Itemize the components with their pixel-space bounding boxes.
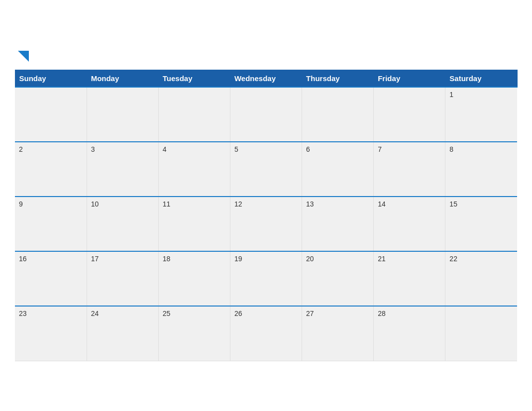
- day-number: 24: [91, 309, 99, 317]
- weekday-header-tuesday: Tuesday: [158, 70, 230, 88]
- logo: [17, 50, 29, 64]
- calendar-header: [15, 50, 518, 64]
- day-number: 2: [19, 145, 23, 153]
- calendar-day-cell: 26: [230, 306, 302, 361]
- day-number: 17: [91, 255, 99, 263]
- calendar-day-cell: 6: [302, 142, 374, 197]
- calendar-wrapper: SundayMondayTuesdayWednesdayThursdayFrid…: [10, 45, 523, 366]
- day-number: 23: [19, 309, 27, 317]
- logo-container: [17, 50, 29, 64]
- logo-triangle-icon: [18, 51, 29, 62]
- weekday-header-friday: Friday: [374, 70, 445, 88]
- day-number: 14: [378, 200, 386, 208]
- calendar-day-cell: [158, 87, 230, 142]
- weekday-header-saturday: Saturday: [445, 70, 517, 88]
- weekday-header-monday: Monday: [87, 70, 158, 88]
- calendar-day-cell: 24: [87, 306, 158, 361]
- weekday-header-sunday: Sunday: [15, 70, 87, 88]
- calendar-week-row: 2345678: [15, 142, 517, 197]
- svg-marker-0: [18, 51, 29, 62]
- calendar-day-cell: 10: [87, 197, 158, 251]
- day-number: 4: [163, 145, 167, 153]
- calendar-day-cell: 17: [87, 251, 158, 306]
- day-number: 9: [19, 200, 23, 208]
- calendar-day-cell: 1: [445, 87, 517, 142]
- day-number: 11: [163, 200, 171, 208]
- day-number: 27: [306, 309, 314, 317]
- calendar-day-cell: 4: [158, 142, 230, 197]
- calendar-day-cell: 22: [445, 251, 517, 306]
- calendar-day-cell: 2: [15, 142, 87, 197]
- day-number: 6: [306, 145, 310, 153]
- day-number: 12: [234, 200, 242, 208]
- day-number: 16: [19, 255, 27, 263]
- day-number: 21: [378, 255, 386, 263]
- calendar-day-cell: 21: [374, 251, 445, 306]
- weekday-header-thursday: Thursday: [302, 70, 374, 88]
- calendar-day-cell: [15, 87, 87, 142]
- calendar-day-cell: [445, 306, 517, 361]
- calendar-week-row: 16171819202122: [15, 251, 517, 306]
- weekday-header-wednesday: Wednesday: [230, 70, 302, 88]
- day-number: 7: [378, 145, 382, 153]
- calendar-day-cell: [374, 87, 445, 142]
- calendar-day-cell: 23: [15, 306, 87, 361]
- calendar-day-cell: 13: [302, 197, 374, 251]
- calendar-day-cell: 9: [15, 197, 87, 251]
- calendar-day-cell: 27: [302, 306, 374, 361]
- day-number: 5: [234, 145, 238, 153]
- calendar-day-cell: 18: [158, 251, 230, 306]
- calendar-day-cell: 14: [374, 197, 445, 251]
- calendar-day-cell: 5: [230, 142, 302, 197]
- day-number: 13: [306, 200, 314, 208]
- calendar-week-row: 232425262728: [15, 306, 517, 361]
- calendar-day-cell: 19: [230, 251, 302, 306]
- day-number: 26: [234, 309, 242, 317]
- day-number: 15: [449, 200, 457, 208]
- day-number: 22: [449, 255, 457, 263]
- calendar-table: SundayMondayTuesdayWednesdayThursdayFrid…: [15, 70, 518, 361]
- calendar-day-cell: 16: [15, 251, 87, 306]
- day-number: 3: [91, 145, 95, 153]
- calendar-day-cell: 8: [445, 142, 517, 197]
- calendar-day-cell: 15: [445, 197, 517, 251]
- day-number: 8: [449, 145, 453, 153]
- day-number: 28: [378, 309, 386, 317]
- calendar-week-row: 9101112131415: [15, 197, 517, 251]
- calendar-day-cell: 25: [158, 306, 230, 361]
- calendar-day-cell: 11: [158, 197, 230, 251]
- calendar-day-cell: [230, 87, 302, 142]
- calendar-week-row: 1: [15, 87, 517, 142]
- weekday-header-row: SundayMondayTuesdayWednesdayThursdayFrid…: [15, 70, 517, 88]
- calendar-day-cell: 28: [374, 306, 445, 361]
- day-number: 19: [234, 255, 242, 263]
- day-number: 1: [449, 91, 453, 99]
- calendar-day-cell: [302, 87, 374, 142]
- day-number: 10: [91, 200, 99, 208]
- day-number: 20: [306, 255, 314, 263]
- calendar-day-cell: 7: [374, 142, 445, 197]
- calendar-day-cell: 3: [87, 142, 158, 197]
- day-number: 18: [163, 255, 171, 263]
- day-number: 25: [163, 309, 171, 317]
- calendar-day-cell: 12: [230, 197, 302, 251]
- calendar-day-cell: [87, 87, 158, 142]
- calendar-day-cell: 20: [302, 251, 374, 306]
